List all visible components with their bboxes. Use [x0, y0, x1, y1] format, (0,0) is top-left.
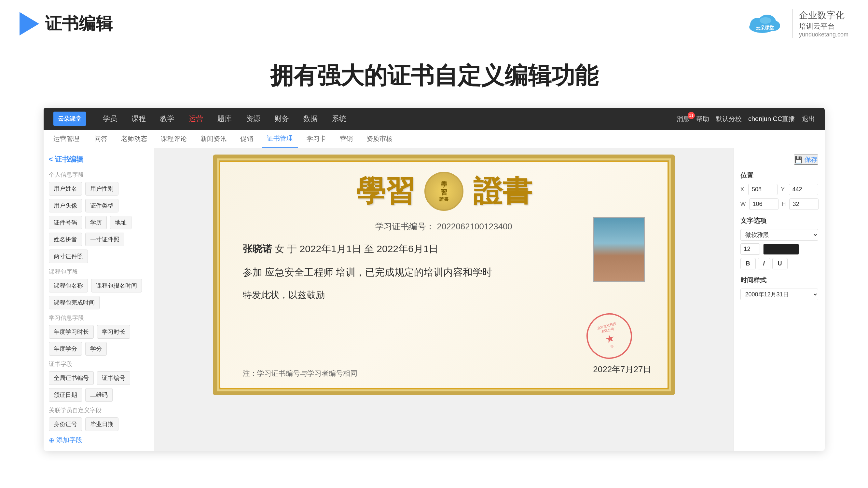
sub-nav-teacher[interactable]: 老师动态 — [116, 130, 152, 148]
field-avatar[interactable]: 用户头像 — [49, 199, 82, 213]
nav-item-question[interactable]: 题库 — [210, 108, 239, 130]
field-pkg-enroll-time[interactable]: 课程包报名时间 — [91, 279, 142, 292]
nav-item-system[interactable]: 系统 — [325, 108, 353, 130]
brand-logo: 云朵课堂 企业数字化 培训云平台 yunduoketang.com — [744, 9, 848, 38]
y-label: Y — [781, 186, 786, 193]
sidebar-cert-buttons: 全局证书编号 证书编号 颁证日期 二维码 — [49, 371, 149, 402]
brand-sub: 培训云平台 — [799, 22, 848, 31]
page-title-header: 证书编辑 — [45, 12, 113, 35]
w-label: W — [740, 201, 746, 207]
sidebar-course-label: 课程包字段 — [49, 268, 149, 275]
italic-button[interactable]: I — [758, 258, 770, 269]
sidebar-custom-buttons: 身份证号 毕业日期 — [49, 417, 149, 431]
sidebar-personal-buttons: 用户姓名 用户性别 用户头像 证件类型 证件号码 学历 地址 姓名拼音 一寸证件… — [49, 182, 149, 263]
add-icon: ⊕ — [49, 436, 54, 444]
cert-photo — [593, 217, 645, 282]
field-cert-no[interactable]: 证书编号 — [97, 371, 130, 385]
save-button[interactable]: 💾 保存 — [794, 155, 818, 165]
brand-name: 企业数字化 — [799, 9, 848, 22]
nav-item-course[interactable]: 课程 — [124, 108, 153, 130]
time-label: 时间样式 — [740, 276, 818, 285]
field-id-card[interactable]: 身份证号 — [49, 417, 82, 431]
font-size-input[interactable] — [740, 243, 760, 255]
field-username[interactable]: 用户姓名 — [49, 182, 82, 196]
h-input[interactable] — [789, 198, 818, 210]
cert-photo-image — [594, 218, 644, 281]
y-input[interactable] — [789, 184, 818, 195]
field-pinyin[interactable]: 姓名拼音 — [49, 233, 82, 246]
position-label: 位置 — [740, 171, 818, 180]
nav-help[interactable]: 帮助 — [696, 115, 709, 123]
sub-nav-comment[interactable]: 课程评论 — [156, 130, 192, 148]
field-education[interactable]: 学历 — [85, 216, 107, 229]
nav-item-resource[interactable]: 资源 — [239, 108, 268, 130]
cert-stamp: 北京星辰科技 有限公司 ★ 印 — [581, 308, 637, 364]
svg-point-4 — [760, 17, 771, 24]
sub-nav-news[interactable]: 新闻资讯 — [195, 130, 232, 148]
nav-item-operation[interactable]: 运营 — [182, 108, 210, 130]
field-issue-date[interactable]: 颁证日期 — [49, 388, 82, 402]
time-format-select[interactable]: 2000年12月31日 — [740, 289, 818, 300]
field-annual-credits[interactable]: 年度学分 — [49, 342, 82, 356]
cert-date: 2022年7月27日 — [593, 364, 651, 375]
field-grad-date[interactable]: 毕业日期 — [85, 417, 119, 431]
logo-area: 证书编辑 — [20, 12, 113, 35]
sidebar-back-title[interactable]: < 证书编辑 — [49, 155, 149, 164]
nav-item-finance[interactable]: 财务 — [268, 108, 296, 130]
svg-text:云朵课堂: 云朵课堂 — [756, 25, 774, 30]
field-photo2[interactable]: 两寸证件照 — [49, 250, 88, 263]
cert-title-left: 學習 — [356, 171, 415, 211]
nav-school[interactable]: 默认分校 — [716, 115, 742, 123]
center-canvas: 學習 學 習 證書 證書 学习证书编号： 2022062100123400 — [154, 148, 734, 451]
sub-nav-audit[interactable]: 资质审核 — [361, 130, 398, 148]
font-size-color-row — [740, 243, 818, 255]
add-field-button[interactable]: ⊕ 添加字段 — [49, 435, 149, 445]
sub-nav-qa[interactable]: 问答 — [89, 130, 113, 148]
right-panel: 💾 保存 位置 X Y W H — [734, 148, 825, 451]
sub-nav-card[interactable]: 学习卡 — [301, 130, 331, 148]
field-global-cert-no[interactable]: 全局证书编号 — [49, 371, 94, 385]
nav-logout[interactable]: 退出 — [802, 115, 815, 123]
page-title-section: 拥有强大的证书自定义编辑功能 — [0, 47, 868, 108]
font-label: 文字选项 — [740, 216, 818, 225]
field-photo1[interactable]: 一寸证件照 — [85, 233, 124, 246]
cert-person-name: 张晓诺 — [243, 243, 272, 254]
nav-logo-icon: 云朵课堂 — [53, 111, 86, 126]
nav-item-teaching[interactable]: 教学 — [153, 108, 182, 130]
bold-button[interactable]: B — [740, 258, 756, 269]
nav-item-student[interactable]: 学员 — [96, 108, 124, 130]
xy-row: X Y — [740, 184, 818, 195]
cert-date-to: 2022年6月1日 — [377, 243, 438, 254]
field-qrcode[interactable]: 二维码 — [85, 388, 113, 402]
nav-user[interactable]: chenjun CC直播 — [748, 115, 796, 123]
main-content: 云朵课堂 学员 课程 教学 运营 题库 资源 财务 数据 系统 消息 11 帮助 — [0, 108, 868, 451]
field-pkg-finish-time[interactable]: 课程包完成时间 — [49, 296, 100, 310]
underline-button[interactable]: U — [772, 258, 787, 269]
cert-body-text: 参加 应急安全工程师 培训，已完成规定的培训内容和学时 — [243, 263, 645, 281]
sub-nav-cert[interactable]: 证书管理 — [262, 130, 298, 148]
sidebar-personal-label: 个人信息字段 — [49, 171, 149, 178]
sub-nav-marketing[interactable]: 营销 — [335, 130, 358, 148]
w-input[interactable] — [749, 198, 778, 210]
brand-text: 企业数字化 培训云平台 yunduoketang.com — [793, 9, 848, 38]
field-address[interactable]: 地址 — [110, 216, 131, 229]
font-family-select[interactable]: 微软雅黑 — [740, 229, 818, 241]
field-gender[interactable]: 用户性别 — [85, 182, 119, 196]
nav-message[interactable]: 消息 11 — [677, 115, 690, 123]
field-id-number[interactable]: 证件号码 — [49, 216, 82, 229]
field-pkg-name[interactable]: 课程包名称 — [49, 279, 88, 292]
field-id-type[interactable]: 证件类型 — [85, 199, 119, 213]
field-credits[interactable]: 学分 — [85, 342, 107, 356]
field-hours[interactable]: 学习时长 — [97, 325, 130, 339]
wh-row: W H — [740, 198, 818, 210]
cert-title-right: 證書 — [473, 171, 532, 211]
color-swatch[interactable] — [763, 244, 799, 255]
font-family-row: 微软雅黑 — [740, 229, 818, 241]
h-label: H — [782, 201, 786, 207]
certificate[interactable]: 學習 學 習 證書 證書 学习证书编号： 2022062100123400 — [213, 155, 675, 395]
page-header: 证书编辑 云朵课堂 企业数字化 培训云平台 yunduoketang.com — [0, 0, 868, 47]
x-input[interactable] — [748, 184, 777, 195]
sub-nav-promo[interactable]: 促销 — [235, 130, 258, 148]
field-annual-hours[interactable]: 年度学习时长 — [49, 325, 94, 339]
nav-item-data[interactable]: 数据 — [296, 108, 325, 130]
